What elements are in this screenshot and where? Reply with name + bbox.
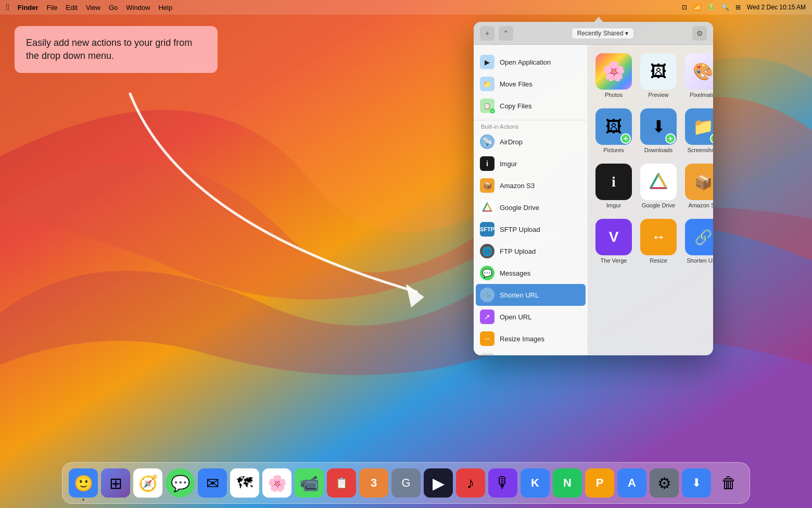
photos-grid-icon: 🌸 [595, 53, 632, 90]
resize-grid-label: Resize [650, 257, 667, 264]
google-drive-item[interactable]: Google Drive [474, 196, 588, 218]
ftp-upload-label: FTP Upload [500, 247, 536, 255]
chevron-button[interactable]: ⌃ [499, 26, 513, 41]
dock: 🙂 ⊞ 🧭 💬 ✉ 🗺 🌸 📹 📋 3 G ▶ ♪ 🎙 K N P A ⚙ ⬇ … [62, 462, 750, 504]
apple-menu[interactable]:  [6, 3, 9, 12]
grid-item-the-verge[interactable]: V The Verge [593, 216, 634, 267]
imgur-label: Imgur [500, 160, 517, 168]
the-verge-grid-icon: V [595, 219, 632, 255]
messages-label: Messages [500, 269, 530, 277]
control-center-icon[interactable]: ⊞ [735, 4, 741, 11]
open-application-item[interactable]: ▶ Open Application [474, 51, 588, 73]
save-text-item[interactable]: 📝 Save Text [474, 350, 588, 355]
grid-item-pictures[interactable]: 🖼 + Pictures [593, 105, 634, 156]
built-in-actions-header: Built-in Actions [474, 120, 588, 131]
airdrop-icon: 📡 [480, 134, 494, 149]
grid-item-resize[interactable]: ↔ Resize [638, 216, 679, 267]
imgur-grid-icon: i [595, 164, 632, 200]
open-url-icon: ↗ [480, 309, 494, 324]
menubar-left:  Finder File Edit View Go Window Help [6, 3, 172, 12]
screen-mirror-icon[interactable]: ⊡ [682, 4, 687, 11]
dock-appstore[interactable]: A [617, 468, 646, 498]
dock-system-preferences[interactable]: ⚙ [650, 468, 679, 498]
move-files-icon: 📁 [480, 77, 494, 91]
grid-item-preview[interactable]: 🖼 Preview [638, 50, 679, 101]
dock-pages[interactable]: P [585, 468, 614, 498]
pictures-grid-label: Pictures [603, 147, 624, 153]
dock-maps[interactable]: 🗺 [230, 468, 259, 498]
add-button[interactable]: + [480, 26, 494, 41]
dock-facetime[interactable]: 📹 [295, 468, 324, 498]
panel-header: + ⌃ Recently Shared ▾ ⚙ [474, 22, 713, 45]
grid-item-screenshots[interactable]: 📁 + Screenshots [683, 105, 713, 156]
dock-photos[interactable]: 🌸 [262, 468, 291, 498]
menu-view[interactable]: View [86, 4, 100, 11]
dock-safari[interactable]: 🧭 [133, 468, 162, 498]
screenshots-grid-icon: 📁 + [685, 108, 713, 145]
battery-icon[interactable]: 🔋 [707, 4, 715, 11]
photos-grid-label: Photos [605, 92, 623, 98]
save-text-icon: 📝 [480, 353, 494, 355]
airdrop-item[interactable]: 📡 AirDrop [474, 131, 588, 153]
dock-dot-finder [82, 499, 84, 501]
pixelmator-grid-label: Pixelmator [690, 92, 713, 98]
grid-item-shorten-url[interactable]: 🔗 Shorten URL [683, 216, 713, 267]
shorten-url-icon: 🔗 [480, 288, 494, 302]
dock-music[interactable]: ♪ [456, 468, 485, 498]
main-panel: + ⌃ Recently Shared ▾ ⚙ ▶ Open Applicati… [474, 22, 713, 355]
move-files-item[interactable]: 📁 Move Files [474, 73, 588, 95]
grid-item-pixelmator[interactable]: 🎨 Pixelmator [683, 50, 713, 101]
tooltip-text: Easily add new actions to your grid from… [26, 38, 192, 61]
grid-panel: 🌸 Photos 🖼 Preview 🎨 Pixelmator 🖼 [588, 45, 713, 355]
dock-launchpad[interactable]: ⊞ [101, 468, 130, 498]
open-application-icon: ▶ [480, 55, 494, 69]
dock-trash[interactable]: 🗑 [714, 468, 743, 498]
recently-shared-button[interactable]: Recently Shared ▾ [572, 28, 635, 39]
shorten-url-grid-label: Shorten URL [687, 257, 713, 264]
dock-podcasts[interactable]: 🎙 [488, 468, 517, 498]
shorten-url-item[interactable]: 🔗 Shorten URL [476, 284, 586, 306]
resize-images-item[interactable]: ↔ Resize Images [474, 328, 588, 350]
search-icon[interactable]: 🔍 [721, 4, 729, 11]
gear-button[interactable]: ⚙ [692, 26, 707, 41]
menu-help[interactable]: Help [158, 4, 172, 11]
grid-item-photos[interactable]: 🌸 Photos [593, 50, 634, 101]
move-files-label: Move Files [500, 80, 532, 88]
dock-numbers[interactable]: N [553, 468, 582, 498]
dock-messages[interactable]: 💬 [166, 468, 195, 498]
imgur-item[interactable]: i Imgur [474, 153, 588, 175]
amazon-s3-item[interactable]: 📦 Amazon S3 [474, 175, 588, 196]
dock-3mac[interactable]: 3 [359, 468, 388, 498]
sftp-upload-label: SFTP Upload [500, 226, 540, 233]
downloads-grid-icon: ⬇ + [640, 108, 677, 145]
dock-mail[interactable]: ✉ [198, 468, 227, 498]
grid-item-imgur[interactable]: i Imgur [593, 160, 634, 212]
dock-appname[interactable]: G [391, 468, 421, 498]
sftp-upload-item[interactable]: SFTP SFTP Upload [474, 218, 588, 240]
shorten-url-grid-icon: 🔗 [685, 219, 713, 255]
dock-finder[interactable]: 🙂 [69, 468, 98, 498]
dock-tv[interactable]: ▶ [424, 468, 453, 498]
open-url-item[interactable]: ↗ Open URL [474, 306, 588, 328]
panel-caret [593, 17, 604, 23]
menu-file[interactable]: File [47, 4, 58, 11]
dock-creativit[interactable]: 📋 [327, 468, 356, 498]
menu-go[interactable]: Go [109, 4, 118, 11]
menu-edit[interactable]: Edit [66, 4, 78, 11]
messages-item[interactable]: 💬 Messages [474, 262, 588, 284]
menu-finder[interactable]: Finder [18, 4, 39, 11]
grid-item-amazon-s3[interactable]: 📦 Amazon S3 [683, 160, 713, 212]
dock-keynote[interactable]: K [521, 468, 550, 498]
copy-files-item[interactable]: 📋 + Copy Files [474, 95, 588, 117]
grid-item-google-drive[interactable]: Google Drive [638, 160, 679, 212]
menu-window[interactable]: Window [126, 4, 150, 11]
dropdown-menu: ▶ Open Application 📁 Move Files 📋 + Copy… [474, 45, 588, 355]
wifi-icon[interactable]: 📶 [693, 4, 701, 11]
grid-item-downloads[interactable]: ⬇ + Downloads [638, 105, 679, 156]
ftp-upload-item[interactable]: 🌐 FTP Upload [474, 240, 588, 262]
dock-downie[interactable]: ⬇ [682, 468, 711, 498]
recently-shared-label: Recently Shared [577, 30, 624, 37]
the-verge-grid-label: The Verge [601, 257, 627, 264]
svg-marker-6 [651, 174, 666, 188]
resize-grid-icon: ↔ [640, 219, 677, 255]
